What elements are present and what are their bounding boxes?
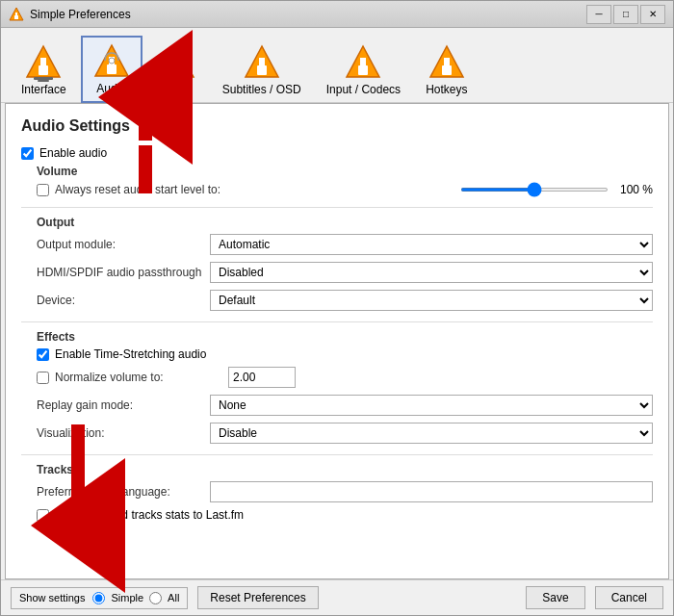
hdmi-select[interactable]: Disabled [210, 262, 653, 283]
preferred-lang-label: Preferred audio language: [37, 485, 210, 499]
enable-audio-row: Enable audio [21, 146, 653, 160]
simple-radio[interactable] [92, 592, 105, 604]
normalize-label: Normalize volume to: [55, 371, 228, 384]
footer: Show settings Simple All Reset Preferenc… [1, 579, 673, 615]
svg-rect-4 [39, 65, 48, 75]
toolbar-item-audio[interactable]: Audio [81, 36, 143, 103]
hotkeys-icon [428, 44, 466, 83]
svg-rect-9 [107, 64, 117, 74]
close-button[interactable]: ✕ [640, 5, 665, 24]
toolbar-item-video[interactable]: Video [146, 38, 208, 102]
all-radio[interactable] [149, 592, 162, 604]
time-stretch-label: Enable Time-Stretching audio [55, 347, 206, 361]
window-title: Simple Preferences [30, 8, 131, 21]
subtitles-label: Subtitles / OSD [222, 83, 301, 96]
submit-stats-row: Submit played tracks stats to Last.fm [37, 508, 653, 522]
visualization-row: Visualization: Disable [37, 422, 653, 445]
svg-rect-17 [259, 58, 265, 65]
time-stretch-checkbox[interactable] [37, 348, 49, 361]
always-reset-checkbox[interactable] [37, 184, 49, 196]
svg-rect-7 [38, 80, 49, 82]
svg-rect-19 [358, 65, 368, 75]
always-reset-row: Always reset audio start level to: 100 % [37, 182, 653, 197]
normalize-row: Normalize volume to: 2.00 [37, 366, 653, 389]
replay-gain-label: Replay gain mode: [37, 398, 210, 412]
replay-gain-select[interactable]: None [210, 395, 653, 416]
interface-label: Interface [21, 83, 66, 96]
svg-rect-5 [40, 58, 46, 65]
svg-rect-22 [442, 65, 452, 75]
effects-group-label: Effects [37, 330, 653, 344]
svg-rect-23 [444, 58, 450, 65]
video-icon [158, 44, 196, 83]
hotkeys-label: Hotkeys [426, 83, 467, 96]
tracks-group-label: Tracks [37, 463, 653, 476]
hdmi-label: HDMI/SPDIF audio passthrough [37, 266, 210, 279]
device-label: Device: [37, 294, 210, 307]
effects-group: Effects Enable Time-Stretching audio Nor… [21, 330, 653, 445]
output-module-row: Output module: Automatic [37, 233, 653, 256]
title-bar: Simple Preferences ─ □ ✕ [1, 1, 673, 28]
toolbar-item-hotkeys[interactable]: Hotkeys [415, 38, 478, 102]
footer-action-buttons: Save Cancel [526, 586, 663, 609]
time-stretch-row: Enable Time-Stretching audio [37, 347, 653, 361]
content-area: Audio Settings Enable audio Volume Alway… [5, 103, 669, 579]
enable-audio-checkbox[interactable] [21, 147, 34, 160]
normalize-spinbox[interactable]: 2.00 [228, 367, 296, 388]
audio-label: Audio [96, 82, 126, 95]
hdmi-row: HDMI/SPDIF audio passthrough Disabled [37, 261, 653, 284]
toolbar-item-subtitles[interactable]: Subtitles / OSD [212, 38, 312, 102]
volume-slider[interactable] [460, 188, 609, 192]
svg-rect-16 [257, 65, 267, 75]
show-settings-label: Show settings [19, 592, 85, 603]
minimize-button[interactable]: ─ [586, 5, 611, 24]
svg-rect-6 [34, 77, 53, 80]
preferred-lang-input[interactable] [210, 481, 653, 502]
toolbar-item-input[interactable]: Input / Codecs [316, 38, 411, 102]
replay-gain-row: Replay gain mode: None [37, 394, 653, 417]
window-controls: ─ □ ✕ [586, 5, 665, 24]
normalize-checkbox[interactable] [37, 372, 49, 384]
svg-rect-1 [14, 15, 18, 19]
tracks-group: Tracks Preferred audio language: Submit … [21, 463, 653, 522]
visualization-label: Visualization: [37, 426, 210, 440]
svg-rect-2 [15, 13, 17, 15]
svg-rect-14 [174, 58, 180, 65]
always-reset-label: Always reset audio start level to: [55, 183, 228, 196]
preferred-lang-row: Preferred audio language: [37, 480, 653, 503]
maximize-button[interactable]: □ [613, 5, 638, 24]
submit-stats-label: Submit played tracks stats to Last.fm [55, 508, 244, 522]
input-icon [344, 44, 382, 83]
output-module-label: Output module: [37, 238, 210, 251]
audio-icon [92, 43, 131, 82]
show-settings-radio-group: Simple All [92, 592, 179, 604]
toolbar-item-interface[interactable]: Interface [11, 38, 77, 102]
device-row: Device: Default [37, 289, 653, 312]
app-icon [9, 7, 24, 22]
video-label: Video [162, 83, 191, 96]
output-group-label: Output [37, 216, 653, 229]
simple-radio-label: Simple [111, 592, 143, 603]
all-radio-label: All [168, 592, 179, 603]
submit-stats-checkbox[interactable] [37, 509, 49, 522]
input-label: Input / Codecs [326, 83, 401, 96]
section-title: Audio Settings [21, 117, 653, 135]
volume-group: Volume Always reset audio start level to… [21, 165, 653, 197]
svg-rect-13 [172, 65, 182, 75]
reset-preferences-button[interactable]: Reset Preferences [197, 586, 318, 609]
subtitles-icon [243, 44, 281, 83]
volume-group-label: Volume [37, 165, 653, 178]
interface-icon [24, 44, 63, 83]
show-settings-box: Show settings Simple All [11, 587, 188, 609]
output-module-select[interactable]: Automatic [210, 234, 653, 255]
output-group: Output Output module: Automatic HDMI/SPD… [21, 216, 653, 312]
volume-value: 100 % [614, 183, 653, 196]
svg-rect-20 [360, 58, 366, 65]
cancel-button[interactable]: Cancel [595, 586, 663, 609]
save-button[interactable]: Save [526, 586, 584, 609]
enable-audio-label: Enable audio [39, 146, 107, 160]
visualization-select[interactable]: Disable [210, 423, 653, 444]
device-select[interactable]: Default [210, 290, 653, 311]
toolbar: Interface Audio Video [1, 28, 673, 103]
